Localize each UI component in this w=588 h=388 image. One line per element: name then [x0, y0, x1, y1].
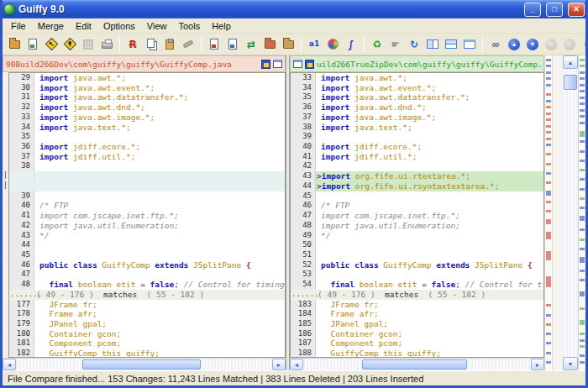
- line-text: JFrame fr;: [316, 300, 543, 310]
- change-mark: [580, 291, 585, 296]
- close-button[interactable]: ✕: [568, 3, 585, 17]
- print-button[interactable]: [97, 35, 116, 54]
- left-view-button[interactable]: [273, 60, 282, 69]
- hand-icon: ☛: [388, 37, 403, 52]
- left-hscroll-thumb[interactable]: [82, 359, 200, 370]
- hand-button[interactable]: ☛: [386, 35, 405, 54]
- line-number: 51: [291, 250, 316, 260]
- recompare-button[interactable]: ♻: [368, 35, 386, 54]
- previous-change-button[interactable]: ▲: [505, 35, 523, 54]
- right-hscroll-thumb[interactable]: [362, 359, 467, 370]
- code-line: 45: [291, 191, 543, 202]
- scroll-right-icon[interactable]: ►: [272, 359, 286, 370]
- scroll-down-icon[interactable]: ▼: [563, 357, 578, 370]
- locator-column[interactable]: [544, 55, 552, 370]
- code-line: 33import java.awt.*;: [291, 73, 543, 83]
- previous-folder-button[interactable]: [260, 35, 279, 54]
- fold-row[interactable]: .......( 49 - 176 ) matches ( 55 - 182 ): [9, 290, 285, 300]
- first-change-icon: ●: [543, 37, 559, 52]
- line-text: import java.text.*;: [34, 123, 285, 133]
- left-horizontal-scrollbar[interactable]: ◄ ►: [3, 358, 286, 370]
- menu-view[interactable]: View: [141, 21, 173, 31]
- right-view-button[interactable]: [293, 60, 302, 69]
- line-number: 31: [9, 92, 34, 102]
- toolbar-separator: [201, 37, 202, 52]
- open-first-file-button[interactable]: [5, 35, 24, 54]
- scroll-left-icon[interactable]: ◄: [290, 359, 303, 370]
- preview-button[interactable]: [223, 35, 242, 54]
- right-horizontal-scrollbar[interactable]: ◄ ►: [290, 358, 544, 370]
- change-mark: [580, 122, 585, 124]
- find-button[interactable]: ∞: [486, 35, 505, 54]
- scroll-up-icon[interactable]: ▲: [563, 55, 578, 69]
- line-text: [316, 240, 543, 250]
- change-mark: [580, 84, 585, 87]
- paste-icon: [162, 37, 177, 52]
- redline-button[interactable]: R: [123, 35, 142, 54]
- change-mark: [580, 339, 585, 342]
- open-second-file-button[interactable]: [24, 35, 42, 54]
- menu-help[interactable]: Help: [206, 21, 237, 31]
- code-line: 29import java.awt.*;: [9, 73, 285, 83]
- line-number: 45: [291, 191, 316, 202]
- copy-button[interactable]: [142, 35, 160, 54]
- split-vertical-button[interactable]: [423, 35, 442, 54]
- vscroll-track[interactable]: [563, 69, 578, 357]
- right-hscroll-track[interactable]: [303, 359, 531, 370]
- line-number: 47: [291, 211, 316, 221]
- code-line: 53: [291, 270, 543, 280]
- right-code-area[interactable]: 33import java.awt.*;34import java.awt.ev…: [290, 72, 544, 358]
- code-line: 46/* FTP: [291, 201, 543, 211]
- line-text: import com.jscape.inet.ftp.*;: [34, 211, 285, 221]
- single-pane-button[interactable]: [460, 35, 479, 54]
- clean-button[interactable]: [179, 35, 197, 54]
- line-text: >import org.fife.ui.rtextarea.*;: [316, 171, 543, 181]
- menu-file[interactable]: File: [5, 21, 32, 31]
- line-text: Component pcom;: [316, 338, 543, 349]
- left-code-area[interactable]: 29import java.awt.*;30import java.awt.ev…: [8, 72, 286, 358]
- line-number: 38: [9, 161, 34, 171]
- scroll-left-icon[interactable]: ◄: [3, 359, 16, 370]
- line-number: 47: [9, 270, 34, 280]
- line-text: [316, 270, 543, 280]
- merge-files-button[interactable]: ↟: [60, 35, 79, 54]
- toolbar-separator: [482, 37, 483, 52]
- change-mark: [546, 201, 551, 203]
- swap-files-button[interactable]: ⇄: [242, 35, 260, 54]
- next-folder-button[interactable]: [279, 35, 297, 54]
- code-line: 51: [291, 250, 543, 260]
- menu-merge[interactable]: Merge: [32, 21, 70, 31]
- compare-files-button[interactable]: ↖: [42, 35, 60, 54]
- left-hscroll-track[interactable]: [16, 359, 272, 370]
- next-change-button[interactable]: ▼: [523, 35, 542, 54]
- line-text: [34, 161, 285, 171]
- scroll-right-icon[interactable]: ►: [531, 359, 544, 370]
- ignore-lines-button[interactable]: [205, 35, 223, 54]
- menu-options[interactable]: Options: [97, 21, 141, 31]
- font-button[interactable]: a1: [305, 35, 323, 54]
- menu-edit[interactable]: Edit: [70, 21, 97, 31]
- save-left-file-button[interactable]: [261, 60, 270, 69]
- line-text: import jdiff.ecore.*;: [34, 142, 285, 152]
- menu-tools[interactable]: Tools: [172, 21, 206, 31]
- tools-button[interactable]: ⚙: [579, 35, 588, 54]
- minimize-button[interactable]: _: [524, 3, 541, 17]
- fold-row[interactable]: ......( 49 - 176 ) matches ( 55 - 182 ): [291, 290, 543, 300]
- syntax-button[interactable]: ∫: [342, 35, 360, 54]
- strip-cell: [3, 210, 8, 220]
- change-mark: [546, 181, 551, 184]
- overview-column[interactable]: [578, 55, 585, 370]
- line-text: */: [34, 231, 285, 241]
- save-right-file-button[interactable]: [305, 60, 314, 69]
- font-icon: a1: [307, 37, 322, 52]
- change-mark: [580, 228, 585, 231]
- refresh-button[interactable]: ↻: [405, 35, 423, 54]
- find-icon: ∞: [488, 37, 503, 52]
- colors-button[interactable]: [323, 35, 342, 54]
- maximize-button[interactable]: □: [546, 3, 563, 17]
- vertical-scrollbar[interactable]: ▲ ▼: [563, 55, 578, 370]
- code-line: 184 Frame afr;: [291, 309, 543, 319]
- vscroll-thumb[interactable]: [564, 75, 577, 90]
- paste-button[interactable]: [160, 35, 179, 54]
- split-horizontal-button[interactable]: [442, 35, 460, 54]
